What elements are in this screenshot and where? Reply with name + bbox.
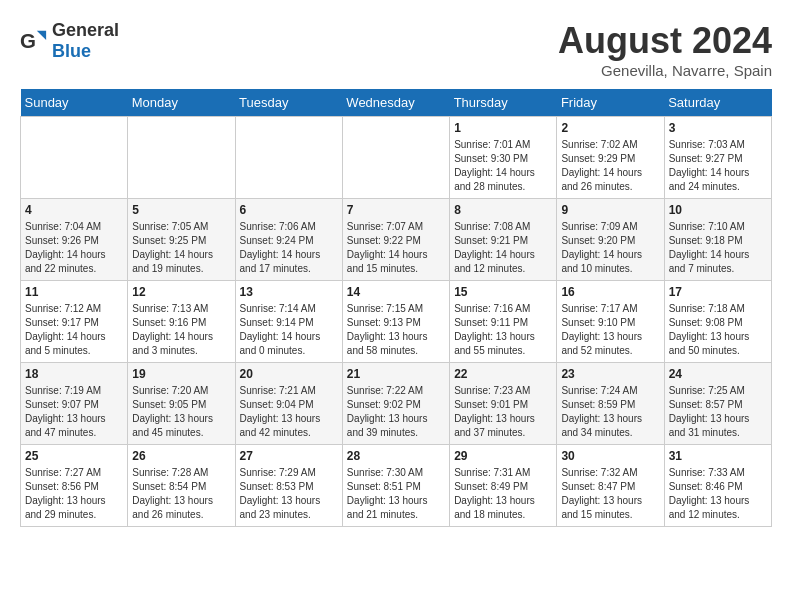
day-number: 16	[561, 285, 659, 299]
day-number: 21	[347, 367, 445, 381]
day-info: Sunrise: 7:17 AMSunset: 9:10 PMDaylight:…	[561, 302, 659, 358]
calendar-cell: 9Sunrise: 7:09 AMSunset: 9:20 PMDaylight…	[557, 199, 664, 281]
logo-icon: G	[20, 27, 48, 55]
day-number: 26	[132, 449, 230, 463]
day-number: 29	[454, 449, 552, 463]
day-info: Sunrise: 7:01 AMSunset: 9:30 PMDaylight:…	[454, 138, 552, 194]
column-header-thursday: Thursday	[450, 89, 557, 117]
calendar-header-row: SundayMondayTuesdayWednesdayThursdayFrid…	[21, 89, 772, 117]
day-number: 8	[454, 203, 552, 217]
calendar-week-row: 11Sunrise: 7:12 AMSunset: 9:17 PMDayligh…	[21, 281, 772, 363]
day-info: Sunrise: 7:12 AMSunset: 9:17 PMDaylight:…	[25, 302, 123, 358]
day-number: 22	[454, 367, 552, 381]
logo-blue-text: Blue	[52, 41, 91, 61]
calendar-cell: 19Sunrise: 7:20 AMSunset: 9:05 PMDayligh…	[128, 363, 235, 445]
day-info: Sunrise: 7:24 AMSunset: 8:59 PMDaylight:…	[561, 384, 659, 440]
calendar-cell: 22Sunrise: 7:23 AMSunset: 9:01 PMDayligh…	[450, 363, 557, 445]
day-info: Sunrise: 7:09 AMSunset: 9:20 PMDaylight:…	[561, 220, 659, 276]
column-header-tuesday: Tuesday	[235, 89, 342, 117]
day-info: Sunrise: 7:02 AMSunset: 9:29 PMDaylight:…	[561, 138, 659, 194]
day-info: Sunrise: 7:31 AMSunset: 8:49 PMDaylight:…	[454, 466, 552, 522]
svg-marker-1	[37, 31, 46, 40]
day-number: 14	[347, 285, 445, 299]
day-info: Sunrise: 7:13 AMSunset: 9:16 PMDaylight:…	[132, 302, 230, 358]
calendar-cell: 23Sunrise: 7:24 AMSunset: 8:59 PMDayligh…	[557, 363, 664, 445]
day-info: Sunrise: 7:25 AMSunset: 8:57 PMDaylight:…	[669, 384, 767, 440]
column-header-monday: Monday	[128, 89, 235, 117]
day-info: Sunrise: 7:05 AMSunset: 9:25 PMDaylight:…	[132, 220, 230, 276]
calendar-cell: 17Sunrise: 7:18 AMSunset: 9:08 PMDayligh…	[664, 281, 771, 363]
title-area: August 2024 Genevilla, Navarre, Spain	[558, 20, 772, 79]
day-number: 18	[25, 367, 123, 381]
calendar-cell: 2Sunrise: 7:02 AMSunset: 9:29 PMDaylight…	[557, 117, 664, 199]
calendar-cell: 12Sunrise: 7:13 AMSunset: 9:16 PMDayligh…	[128, 281, 235, 363]
day-number: 13	[240, 285, 338, 299]
day-number: 2	[561, 121, 659, 135]
calendar-cell	[128, 117, 235, 199]
day-number: 5	[132, 203, 230, 217]
day-info: Sunrise: 7:21 AMSunset: 9:04 PMDaylight:…	[240, 384, 338, 440]
day-number: 10	[669, 203, 767, 217]
location-subtitle: Genevilla, Navarre, Spain	[558, 62, 772, 79]
calendar-week-row: 1Sunrise: 7:01 AMSunset: 9:30 PMDaylight…	[21, 117, 772, 199]
calendar-cell: 26Sunrise: 7:28 AMSunset: 8:54 PMDayligh…	[128, 445, 235, 527]
day-number: 20	[240, 367, 338, 381]
day-number: 27	[240, 449, 338, 463]
column-header-wednesday: Wednesday	[342, 89, 449, 117]
day-number: 25	[25, 449, 123, 463]
calendar-cell: 7Sunrise: 7:07 AMSunset: 9:22 PMDaylight…	[342, 199, 449, 281]
day-info: Sunrise: 7:29 AMSunset: 8:53 PMDaylight:…	[240, 466, 338, 522]
day-info: Sunrise: 7:20 AMSunset: 9:05 PMDaylight:…	[132, 384, 230, 440]
logo: G General Blue	[20, 20, 119, 62]
day-info: Sunrise: 7:23 AMSunset: 9:01 PMDaylight:…	[454, 384, 552, 440]
day-info: Sunrise: 7:22 AMSunset: 9:02 PMDaylight:…	[347, 384, 445, 440]
day-number: 24	[669, 367, 767, 381]
calendar-week-row: 18Sunrise: 7:19 AMSunset: 9:07 PMDayligh…	[21, 363, 772, 445]
calendar-cell: 28Sunrise: 7:30 AMSunset: 8:51 PMDayligh…	[342, 445, 449, 527]
day-info: Sunrise: 7:33 AMSunset: 8:46 PMDaylight:…	[669, 466, 767, 522]
day-number: 15	[454, 285, 552, 299]
calendar-cell	[235, 117, 342, 199]
day-number: 9	[561, 203, 659, 217]
calendar-cell: 21Sunrise: 7:22 AMSunset: 9:02 PMDayligh…	[342, 363, 449, 445]
calendar-cell: 29Sunrise: 7:31 AMSunset: 8:49 PMDayligh…	[450, 445, 557, 527]
calendar-cell: 30Sunrise: 7:32 AMSunset: 8:47 PMDayligh…	[557, 445, 664, 527]
calendar-cell: 31Sunrise: 7:33 AMSunset: 8:46 PMDayligh…	[664, 445, 771, 527]
day-info: Sunrise: 7:14 AMSunset: 9:14 PMDaylight:…	[240, 302, 338, 358]
column-header-friday: Friday	[557, 89, 664, 117]
day-info: Sunrise: 7:08 AMSunset: 9:21 PMDaylight:…	[454, 220, 552, 276]
day-info: Sunrise: 7:30 AMSunset: 8:51 PMDaylight:…	[347, 466, 445, 522]
day-info: Sunrise: 7:27 AMSunset: 8:56 PMDaylight:…	[25, 466, 123, 522]
day-number: 28	[347, 449, 445, 463]
month-year-title: August 2024	[558, 20, 772, 62]
calendar-cell: 20Sunrise: 7:21 AMSunset: 9:04 PMDayligh…	[235, 363, 342, 445]
calendar-cell: 14Sunrise: 7:15 AMSunset: 9:13 PMDayligh…	[342, 281, 449, 363]
calendar-cell: 13Sunrise: 7:14 AMSunset: 9:14 PMDayligh…	[235, 281, 342, 363]
calendar-cell: 27Sunrise: 7:29 AMSunset: 8:53 PMDayligh…	[235, 445, 342, 527]
day-info: Sunrise: 7:19 AMSunset: 9:07 PMDaylight:…	[25, 384, 123, 440]
logo-general-text: General	[52, 20, 119, 40]
day-number: 23	[561, 367, 659, 381]
calendar-cell: 3Sunrise: 7:03 AMSunset: 9:27 PMDaylight…	[664, 117, 771, 199]
day-number: 31	[669, 449, 767, 463]
calendar-cell	[21, 117, 128, 199]
calendar-cell	[342, 117, 449, 199]
calendar-table: SundayMondayTuesdayWednesdayThursdayFrid…	[20, 89, 772, 527]
calendar-cell: 24Sunrise: 7:25 AMSunset: 8:57 PMDayligh…	[664, 363, 771, 445]
day-number: 30	[561, 449, 659, 463]
day-number: 3	[669, 121, 767, 135]
day-info: Sunrise: 7:32 AMSunset: 8:47 PMDaylight:…	[561, 466, 659, 522]
calendar-cell: 15Sunrise: 7:16 AMSunset: 9:11 PMDayligh…	[450, 281, 557, 363]
svg-text:G: G	[20, 29, 36, 52]
column-header-sunday: Sunday	[21, 89, 128, 117]
day-info: Sunrise: 7:28 AMSunset: 8:54 PMDaylight:…	[132, 466, 230, 522]
calendar-cell: 11Sunrise: 7:12 AMSunset: 9:17 PMDayligh…	[21, 281, 128, 363]
calendar-cell: 8Sunrise: 7:08 AMSunset: 9:21 PMDaylight…	[450, 199, 557, 281]
day-info: Sunrise: 7:15 AMSunset: 9:13 PMDaylight:…	[347, 302, 445, 358]
calendar-cell: 1Sunrise: 7:01 AMSunset: 9:30 PMDaylight…	[450, 117, 557, 199]
day-number: 4	[25, 203, 123, 217]
day-number: 17	[669, 285, 767, 299]
column-header-saturday: Saturday	[664, 89, 771, 117]
calendar-cell: 16Sunrise: 7:17 AMSunset: 9:10 PMDayligh…	[557, 281, 664, 363]
page-header: G General Blue August 2024 Genevilla, Na…	[20, 20, 772, 79]
